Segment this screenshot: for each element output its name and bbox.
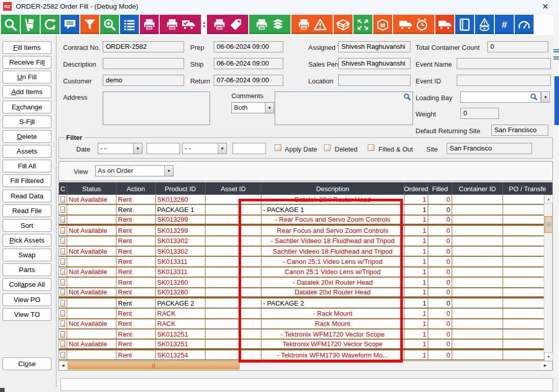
sidebar-button-add-items[interactable]: Add Items xyxy=(3,85,51,98)
scroll-up-icon[interactable]: ▲ xyxy=(544,195,553,203)
table-row[interactable]: Not AvailableRentSK013302Sachtler Videeo… xyxy=(59,247,544,257)
loading-bay-search-icon[interactable] xyxy=(530,93,538,101)
sidebar-button-view-po[interactable]: View PO xyxy=(3,293,51,306)
window-close-button[interactable]: ✕ xyxy=(538,1,553,13)
row-select-cell[interactable] xyxy=(59,236,67,246)
event-id-field[interactable] xyxy=(457,75,551,86)
row-checkbox[interactable] xyxy=(61,279,65,286)
row-select-cell[interactable] xyxy=(59,350,67,359)
sidebar-button-view-to[interactable]: View TO xyxy=(3,308,51,321)
package-icon[interactable] xyxy=(334,15,352,34)
row-checkbox[interactable] xyxy=(61,216,65,223)
sidebar-button-s-fill[interactable]: S-Fill xyxy=(3,115,51,128)
table-row[interactable]: RentSK013302- Sachtler Videeo 18 Fluidhe… xyxy=(59,236,544,247)
list-icon[interactable] xyxy=(120,15,139,34)
row-select-cell[interactable] xyxy=(59,319,67,328)
assigned-to-field[interactable]: Shivesh Raghuvanshi xyxy=(338,41,410,52)
row-select-cell[interactable] xyxy=(59,329,67,339)
warning-eye-icon[interactable] xyxy=(475,15,494,34)
comments-textarea[interactable] xyxy=(275,92,413,125)
zoom-in-icon[interactable] xyxy=(100,15,119,34)
filter-to-month-dropdown[interactable]: - - ▼ xyxy=(182,143,227,154)
table-row[interactable]: Not AvailableRentSK013251Tektronix WFM17… xyxy=(59,340,544,350)
column-header-c[interactable]: C xyxy=(59,183,67,195)
weight-field[interactable]: 0 xyxy=(460,108,499,119)
sidebar-button-delete[interactable]: Delete xyxy=(3,130,51,143)
comment-icon[interactable] xyxy=(61,15,79,34)
chevron-down-icon[interactable]: ▼ xyxy=(164,166,173,176)
row-select-cell[interactable] xyxy=(59,298,67,308)
table-row[interactable]: RentRACK- Rack Mount10 xyxy=(59,309,544,319)
chevron-down-icon[interactable]: ▼ xyxy=(265,103,274,113)
sidebar-button-fill-filtered[interactable]: Fill Filtered xyxy=(3,174,51,187)
table-row[interactable]: RentSK013311- Canon 25:1 Video Lens w/Tr… xyxy=(59,257,544,267)
column-header-status[interactable]: Status xyxy=(67,183,116,195)
print-truck-icon[interactable] xyxy=(160,15,201,34)
row-checkbox[interactable] xyxy=(61,206,65,213)
sidebar-button-receive-fill[interactable]: Receive Fill xyxy=(3,56,51,69)
print-tag-icon[interactable] xyxy=(207,15,248,34)
sidebar-button-pick-assets[interactable]: Pick Assets xyxy=(3,234,51,247)
row-checkbox[interactable] xyxy=(61,258,65,265)
filled-out-checkbox[interactable] xyxy=(368,144,374,151)
ship-field[interactable]: 06-06-2024 09:00 xyxy=(214,58,283,69)
sidebar-button-fill-all[interactable]: Fill All xyxy=(3,160,51,172)
chevron-down-icon[interactable]: ▼ xyxy=(218,143,226,154)
vertical-scroll-thumb[interactable] xyxy=(544,216,553,233)
column-header-action[interactable]: Action xyxy=(116,183,156,195)
sidebar-button-fill-items[interactable]: Fill Items xyxy=(3,41,51,54)
print-copies-icon[interactable] xyxy=(249,15,290,34)
book-icon[interactable] xyxy=(455,15,474,34)
refresh-icon[interactable] xyxy=(41,15,60,34)
filter-icon[interactable] xyxy=(80,15,99,34)
address-textarea[interactable] xyxy=(103,92,210,125)
gauge-icon[interactable] xyxy=(515,15,534,34)
horizontal-scroll-thumb[interactable] xyxy=(68,361,240,370)
deleted-checkbox[interactable] xyxy=(324,144,331,151)
default-returning-site-field[interactable]: San Francisco xyxy=(491,125,548,136)
row-select-cell[interactable] xyxy=(59,288,67,296)
row-checkbox[interactable] xyxy=(61,310,65,317)
apply-date-checkbox[interactable] xyxy=(275,144,281,151)
print-icon[interactable] xyxy=(140,15,159,34)
truck-icon[interactable] xyxy=(435,15,454,34)
column-header-description[interactable]: Description xyxy=(261,183,404,195)
filter-from-month-dropdown[interactable]: - - ▼ xyxy=(98,143,142,154)
comments-search-icon[interactable] xyxy=(403,93,411,101)
row-select-cell[interactable] xyxy=(59,247,67,256)
table-row[interactable]: Not AvailableRentRACKRack Mount10 xyxy=(59,319,544,329)
row-checkbox[interactable] xyxy=(61,268,65,275)
row-select-cell[interactable] xyxy=(59,267,67,277)
scroll-right-icon[interactable]: ▶ xyxy=(541,361,549,370)
row-select-cell[interactable] xyxy=(59,278,67,287)
sidebar-button-read-data[interactable]: Read Data xyxy=(3,190,51,202)
vertical-scrollbar[interactable]: ▲ ▼ xyxy=(544,195,552,361)
column-header-ordered[interactable]: Ordered xyxy=(404,183,428,195)
table-row[interactable]: Not AvailableRentSK013260Datatek 20xl Ro… xyxy=(59,288,544,298)
horizontal-scrollbar[interactable]: ◀ ▶ xyxy=(59,361,552,370)
row-checkbox[interactable] xyxy=(61,227,65,234)
description-field[interactable] xyxy=(103,58,184,69)
filter-to-field[interactable] xyxy=(232,143,266,154)
total-container-count-field[interactable]: 0 xyxy=(487,41,548,52)
row-checkbox[interactable] xyxy=(61,196,65,203)
sidebar-button-un-fill[interactable]: Un Fill xyxy=(3,71,51,83)
sidebar-button-parts[interactable]: Parts xyxy=(3,263,51,276)
row-select-cell[interactable] xyxy=(59,205,67,214)
search-icon[interactable] xyxy=(1,15,20,34)
sidebar-button-exchange[interactable]: Exchange xyxy=(3,101,51,113)
site-field[interactable]: San Francisco xyxy=(447,143,532,154)
column-header-asset-id[interactable]: Asset ID xyxy=(205,183,261,195)
chevron-down-icon[interactable]: ▼ xyxy=(133,143,142,154)
hand-truck-icon[interactable] xyxy=(21,15,40,34)
column-header-container-id[interactable]: Container ID xyxy=(452,183,503,195)
filter-from-field[interactable] xyxy=(146,143,180,154)
row-checkbox[interactable] xyxy=(61,237,65,244)
package-m-icon[interactable]: M xyxy=(373,15,392,34)
table-row[interactable]: RentSK013254- Tektronix WFM1730 Waveform… xyxy=(59,350,544,360)
row-checkbox[interactable] xyxy=(61,331,65,338)
row-select-cell[interactable] xyxy=(59,340,67,348)
scroll-down-icon[interactable]: ▼ xyxy=(544,352,553,361)
hash-icon[interactable]: # xyxy=(495,15,514,34)
row-checkbox[interactable] xyxy=(61,320,65,327)
